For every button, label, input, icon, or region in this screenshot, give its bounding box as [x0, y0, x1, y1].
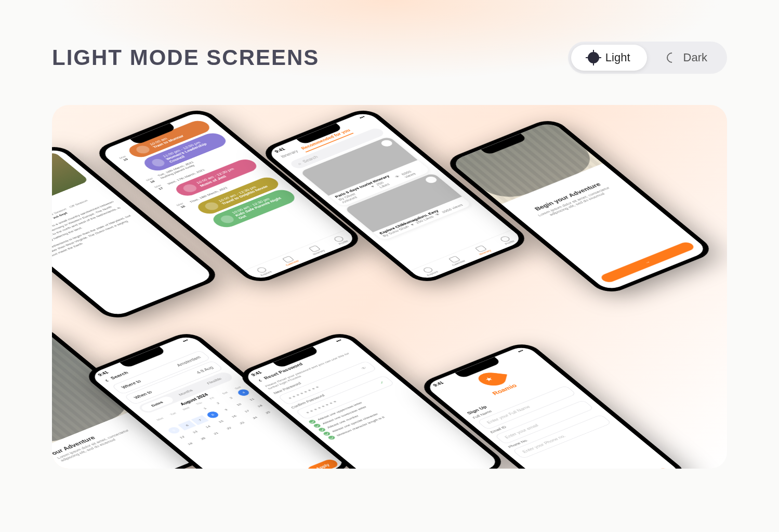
sun-icon: [588, 52, 599, 63]
continue-button[interactable]: Continue: [576, 467, 674, 469]
dark-toggle[interactable]: Dark: [650, 45, 724, 71]
nav-itinerary[interactable]: Itinerary: [473, 245, 492, 256]
eye-icon[interactable]: 👁: [360, 366, 368, 370]
heart-icon[interactable]: [379, 139, 394, 148]
nav-calendar[interactable]: Calendar: [279, 255, 300, 266]
nav-explore[interactable]: Explore: [420, 265, 439, 276]
nav-explore[interactable]: Explore: [254, 265, 273, 276]
theme-toggle: Light Dark: [568, 42, 727, 74]
light-toggle[interactable]: Light: [571, 45, 647, 71]
nav-calendar[interactable]: Calendar: [445, 255, 466, 266]
nav-profile[interactable]: Profile: [498, 235, 515, 245]
moon-icon: [664, 50, 679, 65]
heart-icon[interactable]: [424, 176, 439, 184]
back-icon[interactable]: ‹: [256, 378, 264, 383]
continue-btn[interactable]: →: [599, 241, 696, 284]
page-title: LIGHT MODE SCREENS: [52, 45, 319, 70]
nav-profile[interactable]: Profile: [332, 235, 349, 245]
nav-itinerary[interactable]: Itinerary: [307, 245, 326, 256]
back-icon[interactable]: ‹: [102, 378, 111, 383]
apply-btn[interactable]: Apply: [305, 458, 340, 469]
search-icon: ⌕: [296, 162, 302, 166]
showcase: View Map Time to Visit Moderate Season O…: [52, 105, 727, 469]
